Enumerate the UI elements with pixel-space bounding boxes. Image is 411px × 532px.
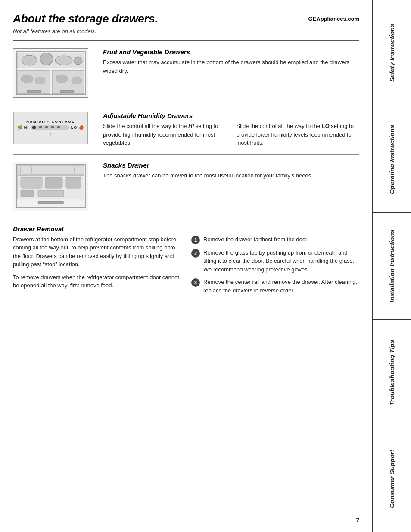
humidity-control-display: HUMIDITY CONTROL 🌿 HI <box>13 112 88 144</box>
hi-label: HI <box>24 125 29 130</box>
sidebar-operating: Operating Instructions <box>373 106 411 213</box>
page-title: About the storage drawers. <box>13 12 158 25</box>
humidity-dot-4 <box>51 126 54 128</box>
drawer-removal-content: Drawers at the bottom of the refrigerato… <box>13 235 359 299</box>
sidebar-consumer: Consumer Support <box>373 426 411 532</box>
sidebar-label-safety: Safety Instructions <box>388 24 396 82</box>
humidity-slider: 🌿 HI LO 🍎 <box>17 125 84 130</box>
step-1-number: 1 <box>191 236 200 244</box>
hi-bold: HI <box>188 123 194 129</box>
main-content: About the storage drawers. GEAppliances.… <box>0 0 373 532</box>
slider-arrow: ↑ <box>49 131 52 137</box>
lo-label: LO <box>71 125 78 130</box>
section-divider-1 <box>13 105 359 105</box>
step-3-number-label: 3 <box>194 280 197 285</box>
page-number: 7 <box>356 517 359 523</box>
humidity-section: HUMIDITY CONTROL 🌿 HI <box>13 112 359 154</box>
step-1: 1 Remove the drawer farthest from the do… <box>191 235 359 244</box>
step-1-text: Remove the drawer farthest from the door… <box>203 235 308 244</box>
sidebar-label-consumer: Consumer Support <box>388 450 396 508</box>
svg-point-4 <box>55 56 72 65</box>
step-2: 2 Remove the glass top by pushing up fro… <box>191 249 359 274</box>
drawer-removal-text-1: Drawers at the bottom of the refrigerato… <box>13 235 181 269</box>
drawer-removal-section: Drawer Removal Drawers at the bottom of … <box>13 225 359 299</box>
humidity-dots <box>32 126 60 129</box>
website-url: GEAppliances.com <box>308 16 359 22</box>
svg-rect-23 <box>45 177 62 188</box>
svg-point-5 <box>74 57 82 65</box>
step-3: 3 Remove the center rail and remove the … <box>191 278 359 295</box>
drawer-removal-left: Drawers at the bottom of the refrigerato… <box>13 235 181 299</box>
sidebar-label-installation: Installation Instructions <box>388 230 396 302</box>
humidity-dot-5 <box>57 126 60 128</box>
humidity-text-columns: Slide the control all the way to the HI … <box>103 122 359 147</box>
svg-point-13 <box>56 75 68 83</box>
section-divider-3 <box>13 218 359 218</box>
sidebar-label-troubleshooting: Troubleshooting Tips <box>388 340 396 406</box>
snacks-text: The snacks drawer can be moved to the mo… <box>103 171 359 180</box>
snacks-title: Snacks Drawer <box>103 162 359 169</box>
humidity-illustration: HUMIDITY CONTROL 🌿 HI <box>13 112 88 144</box>
humidity-image: HUMIDITY CONTROL 🌿 HI <box>13 112 93 144</box>
fruit-vegetable-image <box>13 48 93 98</box>
fruit-drawer-svg <box>14 50 87 97</box>
humidity-title: Adjustable Humidity Drawers <box>103 112 359 119</box>
fruit-vegetable-section: Fruit and Vegetable Drawers Excess water… <box>13 48 359 105</box>
sidebar-safety: Safety Instructions <box>373 0 411 106</box>
svg-rect-9 <box>60 90 74 93</box>
snacks-illustration <box>13 162 88 211</box>
svg-point-3 <box>40 53 53 65</box>
humidity-dot-2 <box>39 126 42 128</box>
step-1-number-label: 1 <box>194 237 197 243</box>
drawer-removal-right: 1 Remove the drawer farthest from the do… <box>191 235 359 299</box>
humidity-content: Adjustable Humidity Drawers Slide the co… <box>103 112 359 147</box>
step-2-number-label: 2 <box>194 251 197 256</box>
drawer-removal-title: Drawer Removal <box>13 225 359 233</box>
drawer-removal-text-2: To remove drawers when the refrigerator … <box>13 273 181 290</box>
step-2-number: 2 <box>191 249 200 258</box>
svg-rect-26 <box>38 190 64 197</box>
svg-rect-22 <box>21 177 42 188</box>
fruit-drawer-illustration <box>13 48 88 98</box>
snacks-image <box>13 162 93 211</box>
humidity-dot-1 <box>32 126 36 129</box>
snacks-content: Snacks Drawer The snacks drawer can be m… <box>103 162 359 180</box>
svg-point-14 <box>72 77 82 84</box>
top-divider <box>13 40 359 41</box>
svg-point-12 <box>35 77 45 84</box>
step-3-number: 3 <box>191 278 200 287</box>
humidity-dot-3 <box>45 126 48 128</box>
fruit-vegetable-text: Excess water that may accumulate in the … <box>103 58 359 75</box>
leaf-icon: 🌿 <box>17 125 22 130</box>
fruit-vegetable-title: Fruit and Vegetable Drawers <box>103 48 359 56</box>
humidity-label: HUMIDITY CONTROL <box>26 120 75 124</box>
svg-rect-8 <box>27 90 41 93</box>
humidity-text-left: Slide the control all the way to the HI … <box>103 122 226 147</box>
fruit-vegetable-content: Fruit and Vegetable Drawers Excess water… <box>103 48 359 75</box>
snacks-section: Snacks Drawer The snacks drawer can be m… <box>13 162 359 218</box>
fruit-icon: 🍎 <box>79 125 84 130</box>
step-3-text: Remove the center rail and remove the dr… <box>203 278 359 295</box>
sidebar-label-operating: Operating Instructions <box>388 125 396 194</box>
page-header: About the storage drawers. GEAppliances.… <box>13 12 359 25</box>
humidity-text-right: Slide the control all the way to the LO … <box>237 122 360 147</box>
svg-rect-16 <box>18 166 84 174</box>
step-2-text: Remove the glass top by pushing up from … <box>203 249 359 274</box>
sidebar: Safety Instructions Operating Instructio… <box>373 0 411 532</box>
svg-point-2 <box>22 55 37 65</box>
lo-bold: LO <box>322 123 330 129</box>
svg-rect-27 <box>38 201 64 204</box>
svg-point-11 <box>21 75 33 83</box>
sidebar-troubleshooting: Troubleshooting Tips <box>373 320 411 426</box>
humidity-track <box>31 125 69 130</box>
section-divider-2 <box>13 154 359 155</box>
subtitle: Not all features are on all models. <box>13 28 359 34</box>
snacks-drawer-svg <box>14 162 87 210</box>
svg-rect-25 <box>21 190 34 197</box>
sidebar-installation: Installation Instructions <box>373 213 411 320</box>
svg-rect-24 <box>66 177 81 188</box>
